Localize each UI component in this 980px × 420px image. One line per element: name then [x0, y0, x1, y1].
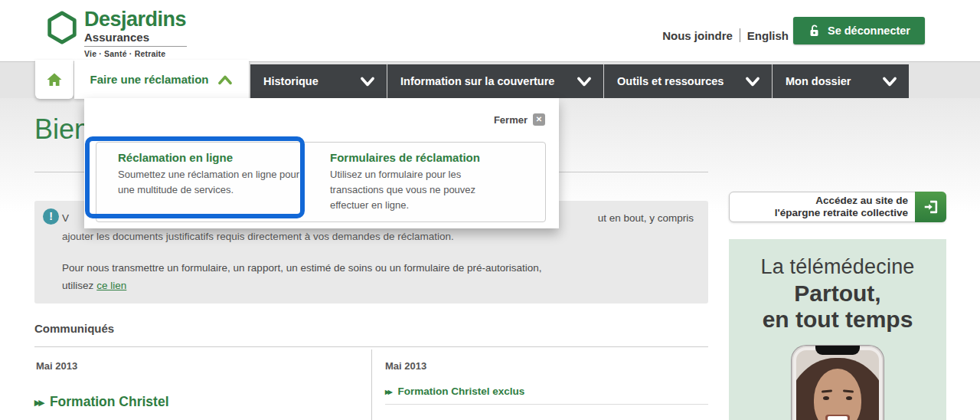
- tab-label: Mon dossier: [786, 75, 851, 87]
- chevron-down-icon: [359, 75, 376, 87]
- close-label: Fermer: [494, 114, 528, 126]
- home-icon: [45, 71, 64, 89]
- chevron-down-icon: [881, 75, 898, 87]
- face-detail: [823, 396, 829, 400]
- menu-item-title[interactable]: Réclamation en ligne: [118, 151, 309, 164]
- communique-date: Mai 2013: [385, 360, 426, 372]
- retirement-label-line2: l'épargne retraite collective: [775, 207, 908, 218]
- dropdown-menu-box: Réclamation en ligne Soumettez une récla…: [96, 142, 546, 222]
- contact-link[interactable]: Nous joindre: [662, 29, 733, 42]
- nav-dark-tabs: Historique Information sur la couverture…: [250, 64, 909, 98]
- nav-tab-information-couverture[interactable]: Information sur la couverture: [387, 64, 603, 98]
- desjardins-logo[interactable]: Desjardins Assurances Vie · Santé · Retr…: [44, 8, 187, 58]
- communique-link-formation-christel[interactable]: ▸▸ Formation Christel: [34, 394, 169, 410]
- dropdown-close-button[interactable]: Fermer ✕: [494, 113, 545, 126]
- face-detail: [822, 389, 832, 392]
- retirement-site-button[interactable]: Accédez au site de l'épargne retraite co…: [729, 192, 946, 222]
- phone-notch: [815, 346, 860, 355]
- brand-name: Desjardins: [84, 8, 187, 30]
- lock-open-icon: [808, 24, 821, 38]
- reclamation-dropdown-panel: Fermer ✕ Réclamation en ligne Soumettez …: [84, 98, 559, 228]
- double-arrow-icon: ▸▸: [385, 386, 391, 397]
- notice-line2: ajouter les documents justificatifs requ…: [62, 231, 454, 242]
- menu-item-formulaires-de-reclamation[interactable]: Formulaires de réclamation Utilisez un f…: [330, 151, 495, 213]
- menu-item-description: Utilisez un formulaire pour les transact…: [330, 167, 495, 213]
- logo-text: Desjardins Assurances Vie · Santé · Retr…: [84, 8, 187, 58]
- notice-para-line1: Pour nous transmettre un formulaire, un …: [62, 262, 542, 274]
- active-tab-label: Faire une réclamation: [90, 73, 208, 86]
- smartphone-photo: [791, 345, 884, 420]
- ce-lien-link[interactable]: ce lien: [96, 280, 126, 291]
- close-x-icon: ✕: [533, 113, 545, 126]
- communiques-divider: [34, 346, 708, 347]
- enter-arrow-icon: [915, 192, 946, 222]
- language-link[interactable]: English: [747, 29, 789, 42]
- retirement-button-label: Accédez au site de l'épargne retraite co…: [730, 195, 915, 219]
- communique-date: Mai 2013: [36, 360, 77, 372]
- logout-button[interactable]: Se déconnecter: [793, 17, 925, 44]
- tab-label: Outils et ressources: [617, 75, 724, 87]
- main-nav: Faire une réclamation Historique Informa…: [0, 61, 980, 98]
- communiques-heading: Communiqués: [34, 322, 114, 335]
- tab-label: Historique: [263, 75, 318, 87]
- menu-item-description: Soumettez une réclamation en ligne pour …: [118, 167, 309, 198]
- communique-link-label: Formation Christel exclus: [398, 386, 525, 397]
- nav-tab-mon-dossier[interactable]: Mon dossier: [772, 64, 909, 98]
- notice-para-line2: utilisez: [62, 280, 93, 291]
- banner-line1: La télémédecine: [729, 255, 946, 279]
- communiques-column-divider: [371, 349, 372, 420]
- info-exclamation-icon: !: [43, 208, 59, 225]
- face-detail: [846, 396, 852, 400]
- menu-item-reclamation-en-ligne[interactable]: Réclamation en ligne Soumettez une récla…: [118, 151, 309, 198]
- face-detail: [825, 415, 850, 420]
- banner-line2: Partout,: [729, 281, 946, 307]
- retirement-label-line1: Accédez au site de: [815, 195, 908, 206]
- nav-tab-historique[interactable]: Historique: [250, 64, 387, 98]
- brand-underline: [84, 46, 187, 47]
- logout-label: Se déconnecter: [828, 25, 910, 37]
- menu-item-title[interactable]: Formulaires de réclamation: [330, 151, 495, 164]
- link-divider: [740, 28, 740, 42]
- header: Desjardins Assurances Vie · Santé · Retr…: [0, 0, 980, 61]
- chevron-down-icon: [744, 75, 761, 87]
- brand-sub: Assurances: [84, 31, 149, 44]
- nav-home-tab[interactable]: [35, 60, 74, 99]
- notice-paragraph: Pour nous transmettre un formulaire, un …: [62, 259, 542, 294]
- communique-link-formation-christel-exclus[interactable]: ▸▸ Formation Christel exclus: [385, 386, 524, 397]
- tab-label: Information sur la couverture: [400, 75, 554, 87]
- double-arrow-icon: ▸▸: [34, 395, 43, 409]
- face-detail: [828, 416, 848, 420]
- communique-item-divider: [385, 404, 708, 405]
- header-links: Nous joindre English: [662, 28, 789, 42]
- telemedicine-banner[interactable]: La télémédecine Partout, en tout temps: [729, 239, 946, 420]
- desjardins-hexagon-icon: [44, 10, 80, 45]
- phone-screen: [796, 350, 879, 420]
- nav-tab-outils-ressources[interactable]: Outils et ressources: [603, 64, 772, 98]
- brand-tagline: Vie · Santé · Retraite: [84, 49, 187, 58]
- chevron-down-icon: [576, 75, 593, 87]
- chevron-up-icon: [217, 74, 234, 86]
- page: Desjardins Assurances Vie · Santé · Retr…: [0, 0, 980, 420]
- banner-line3: en tout temps: [729, 307, 946, 333]
- nav-tab-faire-une-reclamation[interactable]: Faire une réclamation: [74, 60, 249, 99]
- notice-line1-start: V: [62, 212, 69, 224]
- face-detail: [843, 389, 854, 392]
- communique-link-label: Formation Christel: [50, 394, 169, 410]
- notice-line1-end: ut en bout, y compris: [598, 212, 694, 224]
